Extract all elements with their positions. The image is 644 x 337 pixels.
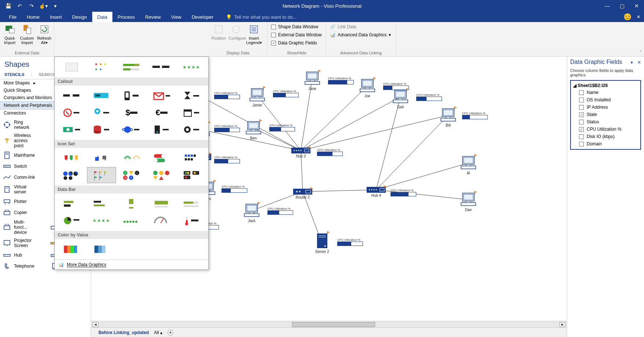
dg-icon-shields[interactable] bbox=[57, 150, 86, 166]
dg-field-row[interactable]: State bbox=[571, 111, 640, 118]
dg-field-row[interactable]: Status bbox=[571, 118, 640, 126]
dg-sheet-name[interactable]: ◢ Sheet1$B2:I26 bbox=[571, 82, 640, 89]
dg-bar-10[interactable] bbox=[177, 213, 206, 229]
dg-callout-calendar[interactable] bbox=[177, 105, 206, 121]
shape-data-window-toggle[interactable]: Shape Data Window bbox=[269, 23, 320, 31]
collapse-ribbon-button[interactable]: ˆ bbox=[640, 51, 641, 55]
dg-progress-1[interactable] bbox=[117, 59, 146, 75]
data-graphic-fields-toggle[interactable]: Data Graphic Fields bbox=[269, 39, 319, 47]
dg-callout-device[interactable] bbox=[147, 122, 176, 138]
tab-view[interactable]: View bbox=[166, 12, 187, 22]
dg-panel-close-button[interactable]: ✕ bbox=[637, 60, 641, 65]
dg-none[interactable] bbox=[57, 59, 86, 75]
qat-more-button[interactable]: ▾ bbox=[50, 1, 60, 10]
custom-import-button[interactable]: Custom Import bbox=[19, 23, 35, 46]
diagram-node[interactable]: Router 2 bbox=[293, 189, 312, 199]
tab-review[interactable]: Review bbox=[140, 12, 166, 22]
dg-callout-text[interactable] bbox=[57, 88, 86, 104]
dg-field-row[interactable]: OS Installed bbox=[571, 96, 640, 104]
dg-label-1[interactable] bbox=[147, 59, 176, 75]
dg-icon-pies[interactable] bbox=[57, 167, 86, 183]
dg-bar-2[interactable] bbox=[87, 196, 116, 212]
dg-field-row[interactable]: Name bbox=[571, 89, 640, 96]
dg-callout-mail[interactable] bbox=[147, 88, 176, 104]
dg-callout-hourglass[interactable] bbox=[177, 88, 206, 104]
dg-callout-db[interactable] bbox=[87, 122, 116, 138]
shape-item[interactable]: Plotter bbox=[2, 196, 38, 207]
horizontal-scrollbar[interactable]: ◄ ► bbox=[91, 321, 567, 327]
diagram-node[interactable]: Gail bbox=[392, 90, 409, 109]
dg-callout-gear[interactable] bbox=[177, 122, 206, 138]
scroll-track[interactable] bbox=[98, 322, 560, 327]
external-data-window-toggle[interactable]: External Data Window bbox=[269, 31, 324, 39]
dg-field-row[interactable]: Domain bbox=[571, 140, 640, 148]
dg-callout-phone2[interactable] bbox=[57, 105, 86, 121]
feedback-smiley-icon[interactable]: 😊 bbox=[623, 13, 632, 21]
ribbon-close-button[interactable]: ✕ bbox=[637, 14, 640, 19]
shape-item[interactable]: Multi-funct... device bbox=[2, 218, 38, 236]
dg-color-1[interactable] bbox=[57, 241, 86, 257]
checkbox[interactable] bbox=[579, 90, 584, 95]
tab-data[interactable]: Data bbox=[92, 12, 112, 22]
quick-import-button[interactable]: Quick Import bbox=[1, 23, 18, 46]
tab-developer[interactable]: Developer bbox=[187, 12, 219, 22]
more-data-graphics-button[interactable]: 📊 More Data Graphics bbox=[55, 260, 208, 269]
dg-flags-1[interactable] bbox=[87, 59, 116, 75]
checkbox[interactable] bbox=[579, 127, 584, 132]
shape-item[interactable]: Hub bbox=[2, 250, 38, 261]
undo-button[interactable]: ↶ bbox=[15, 1, 25, 10]
touch-mode-button[interactable]: ☝▾ bbox=[38, 1, 48, 10]
diagram-node[interactable]: Joe bbox=[359, 79, 375, 98]
shape-item[interactable]: Wireless access point bbox=[2, 131, 38, 150]
dg-color-2[interactable] bbox=[87, 241, 116, 257]
scroll-left-button[interactable]: ◄ bbox=[93, 322, 98, 327]
dg-icon-lights2[interactable] bbox=[147, 167, 176, 183]
diagram-node[interactable]: Jack bbox=[244, 203, 260, 223]
checkbox[interactable] bbox=[579, 134, 584, 139]
dg-icon-status[interactable]: ✓i✕? bbox=[117, 167, 146, 183]
checkbox[interactable] bbox=[579, 112, 584, 117]
minimize-button[interactable]: — bbox=[600, 0, 615, 12]
all-tabs-button[interactable]: All ▴ bbox=[154, 330, 162, 335]
tab-design[interactable]: Design bbox=[67, 12, 92, 22]
tab-insert[interactable]: Insert bbox=[45, 12, 67, 22]
refresh-all-button[interactable]: Refresh All▾ bbox=[36, 23, 53, 46]
scroll-right-button[interactable]: ► bbox=[560, 322, 565, 327]
add-page-button[interactable]: + bbox=[168, 330, 173, 336]
checkbox[interactable] bbox=[579, 120, 584, 124]
dg-bar-1[interactable] bbox=[57, 196, 86, 212]
dg-callout-phone[interactable] bbox=[117, 88, 146, 104]
sheet-tab[interactable]: Before Linking_updated bbox=[98, 330, 149, 335]
shape-item[interactable]: Telephone bbox=[2, 261, 38, 272]
dg-icon-toggle[interactable] bbox=[147, 150, 176, 166]
shape-item[interactable]: Comm-link bbox=[2, 172, 38, 183]
dg-stars[interactable]: ★★★★ bbox=[177, 59, 206, 75]
dg-bar-4[interactable] bbox=[147, 196, 176, 212]
checkbox[interactable] bbox=[579, 98, 584, 102]
tab-file[interactable]: File bbox=[4, 12, 22, 22]
dg-icon-traffic[interactable] bbox=[177, 167, 206, 183]
redo-button[interactable]: ↷ bbox=[26, 1, 37, 10]
tab-process[interactable]: Process bbox=[112, 12, 140, 22]
dg-icon-thumbs[interactable] bbox=[87, 150, 116, 166]
maximize-button[interactable]: ▢ bbox=[615, 0, 629, 12]
dg-bar-6[interactable] bbox=[57, 213, 86, 229]
dg-callout-planet[interactable] bbox=[117, 122, 146, 138]
dg-panel-menu-button[interactable]: ▼ bbox=[630, 61, 634, 65]
dg-field-row[interactable]: IP Address bbox=[571, 104, 640, 111]
diagram-node[interactable]: Dan bbox=[460, 192, 476, 212]
dg-bar-7[interactable]: ★★★★ bbox=[87, 213, 116, 229]
dg-icon-grid[interactable] bbox=[177, 150, 206, 166]
dg-icon-wifi[interactable] bbox=[117, 150, 146, 166]
diagram-node[interactable]: Ben bbox=[245, 121, 262, 140]
shape-item[interactable]: Virtual server bbox=[2, 183, 38, 196]
dg-field-row[interactable]: CPU Utilization % bbox=[571, 126, 640, 133]
dg-callout-dollar[interactable]: $ bbox=[117, 105, 146, 121]
shape-item[interactable]: Mainframe bbox=[2, 150, 38, 161]
diagram-node[interactable]: Bill bbox=[440, 108, 456, 127]
scroll-thumb[interactable] bbox=[292, 322, 375, 327]
dg-bar-8[interactable] bbox=[117, 213, 146, 229]
diagram-node[interactable]: Hub 3 bbox=[291, 148, 310, 158]
checkbox[interactable] bbox=[579, 142, 584, 146]
dg-icon-flags-sel[interactable] bbox=[87, 167, 116, 183]
